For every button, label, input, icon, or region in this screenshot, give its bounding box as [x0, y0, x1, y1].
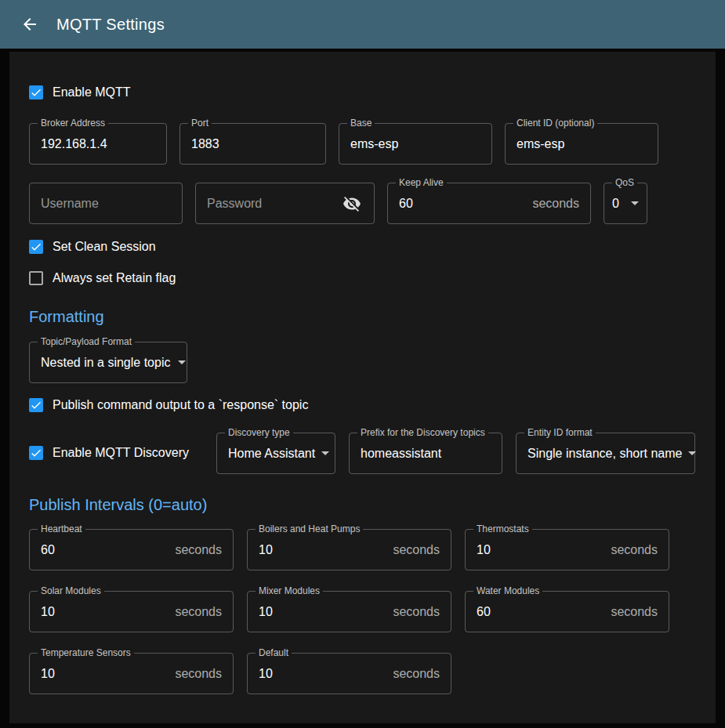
base-field[interactable]: Base [339, 123, 492, 165]
client-id-input[interactable] [517, 137, 647, 151]
base-label: Base [347, 118, 375, 129]
enable-mqtt-checkbox[interactable] [29, 85, 43, 100]
retain-flag-row: Always set Retain flag [29, 269, 696, 288]
keep-alive-input[interactable] [399, 197, 526, 211]
check-icon [30, 399, 42, 411]
password-field[interactable] [195, 183, 375, 224]
discovery-type-select[interactable]: Discovery type Home Assistant [216, 433, 335, 474]
chevron-down-icon [631, 201, 639, 205]
client-id-field[interactable]: Client ID (optional) [505, 123, 658, 165]
thermostats-interval-input[interactable] [477, 543, 604, 557]
back-button[interactable] [20, 15, 39, 34]
temperature-sensors-interval-label: Temperature Sensors [38, 647, 134, 658]
publish-response-label: Publish command output to a `response` t… [53, 398, 308, 412]
interval-suffix: seconds [169, 605, 222, 619]
client-id-label: Client ID (optional) [513, 118, 597, 129]
entity-id-format-value: Single instance, short name [527, 447, 682, 461]
publish-response-checkbox[interactable] [29, 398, 43, 412]
solar-interval-input[interactable] [41, 605, 169, 619]
discovery-prefix-field[interactable]: Prefix for the Discovery topics [349, 433, 502, 474]
keep-alive-field[interactable]: Keep Alive seconds [387, 183, 591, 224]
interval-suffix: seconds [386, 667, 440, 681]
enable-discovery-row: Enable MQTT Discovery [29, 444, 203, 462]
enable-mqtt-row: Enable MQTT [29, 83, 696, 102]
topic-format-value: Nested in a single topic [41, 356, 170, 370]
chevron-down-icon [178, 360, 186, 364]
interval-suffix: seconds [604, 543, 658, 557]
retain-flag-checkbox[interactable] [29, 271, 43, 285]
thermostats-interval-field[interactable]: Thermostats seconds [465, 529, 669, 570]
qos-label: QoS [612, 177, 637, 188]
check-icon [30, 241, 42, 253]
appbar: MQTT Settings [0, 0, 725, 49]
retain-flag-label: Always set Retain flag [53, 271, 176, 285]
broker-address-label: Broker Address [38, 118, 108, 129]
boilers-interval-label: Boilers and Heat Pumps [256, 523, 363, 534]
clean-session-label: Set Clean Session [53, 240, 156, 254]
enable-discovery-label: Enable MQTT Discovery [53, 446, 189, 460]
heartbeat-interval-field[interactable]: Heartbeat seconds [29, 529, 234, 570]
chevron-down-icon [321, 451, 329, 455]
enable-mqtt-label: Enable MQTT [53, 85, 131, 100]
publish-intervals-heading: Publish Intervals (0=auto) [29, 496, 696, 514]
credentials-fields-row: Keep Alive seconds QoS 0 [29, 183, 696, 224]
toggle-password-visibility-button[interactable] [341, 193, 363, 215]
temperature-sensors-interval-field[interactable]: Temperature Sensors seconds [29, 653, 234, 694]
default-interval-label: Default [256, 647, 292, 658]
temperature-sensors-interval-input[interactable] [41, 667, 169, 681]
settings-panel: Enable MQTT Broker Address Port Base Cli… [9, 52, 716, 723]
boilers-interval-input[interactable] [259, 543, 386, 557]
mixer-interval-input[interactable] [259, 605, 386, 619]
thermostats-interval-label: Thermostats [473, 523, 532, 534]
publish-response-row: Publish command output to a `response` t… [29, 396, 696, 415]
password-input[interactable] [207, 197, 341, 211]
check-icon [30, 86, 42, 99]
page-title: MQTT Settings [56, 16, 165, 34]
solar-interval-label: Solar Modules [38, 585, 104, 596]
mixer-interval-field[interactable]: Mixer Modules seconds [247, 591, 451, 632]
port-input[interactable] [191, 137, 314, 151]
username-field[interactable] [29, 183, 183, 224]
keep-alive-suffix: seconds [526, 197, 579, 211]
water-interval-label: Water Modules [473, 585, 542, 596]
default-interval-field[interactable]: Default seconds [247, 653, 451, 694]
heartbeat-interval-input[interactable] [41, 543, 169, 557]
enable-discovery-checkbox[interactable] [29, 446, 43, 460]
discovery-type-value: Home Assistant [228, 447, 315, 461]
solar-interval-field[interactable]: Solar Modules seconds [29, 591, 234, 632]
entity-id-format-label: Entity ID format [524, 427, 596, 438]
chevron-down-icon [688, 451, 696, 455]
base-input[interactable] [350, 137, 480, 151]
interval-suffix: seconds [386, 543, 440, 557]
port-field[interactable]: Port [179, 123, 326, 165]
broker-address-field[interactable]: Broker Address [29, 123, 167, 165]
topic-format-row: Topic/Payload Format Nested in a single … [29, 342, 696, 383]
heartbeat-interval-label: Heartbeat [38, 523, 85, 534]
qos-value: 0 [612, 197, 619, 211]
boilers-interval-field[interactable]: Boilers and Heat Pumps seconds [247, 529, 451, 570]
water-interval-field[interactable]: Water Modules seconds [465, 591, 669, 632]
arrow-back-icon [20, 15, 39, 34]
broker-address-input[interactable] [41, 137, 155, 151]
interval-suffix: seconds [169, 667, 222, 681]
topic-format-label: Topic/Payload Format [38, 336, 135, 347]
clean-session-checkbox[interactable] [29, 240, 43, 254]
discovery-prefix-input[interactable] [361, 447, 491, 461]
formatting-heading: Formatting [29, 308, 696, 326]
water-interval-input[interactable] [477, 605, 604, 619]
mixer-interval-label: Mixer Modules [256, 585, 323, 596]
discovery-row: Enable MQTT Discovery Discovery type Hom… [29, 433, 696, 474]
default-interval-input[interactable] [259, 667, 386, 681]
check-icon [30, 447, 42, 459]
interval-suffix: seconds [169, 543, 222, 557]
qos-select[interactable]: QoS 0 [604, 183, 647, 224]
visibility-off-icon [343, 194, 361, 213]
keep-alive-label: Keep Alive [396, 177, 447, 188]
entity-id-format-select[interactable]: Entity ID format Single instance, short … [516, 433, 695, 474]
clean-session-row: Set Clean Session [29, 237, 696, 256]
connection-fields-row: Broker Address Port Base Client ID (opti… [29, 123, 696, 165]
username-input[interactable] [41, 197, 171, 211]
discovery-prefix-label: Prefix for the Discovery topics [357, 427, 488, 438]
topic-format-select[interactable]: Topic/Payload Format Nested in a single … [29, 342, 187, 383]
discovery-type-label: Discovery type [225, 427, 293, 438]
